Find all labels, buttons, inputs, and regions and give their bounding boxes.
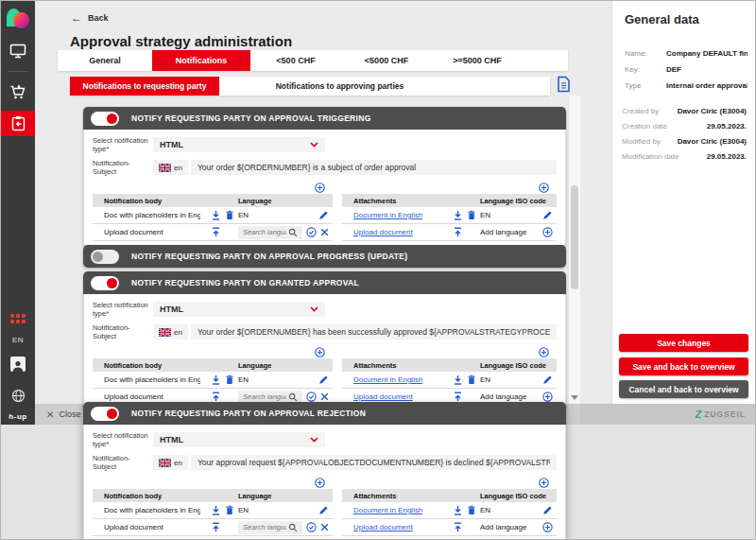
subtab-requesting-party[interactable]: Notifications to requesting party: [70, 77, 219, 96]
language-search-input[interactable]: [241, 227, 288, 237]
attachment-document-link[interactable]: Document in English: [353, 375, 422, 384]
download-icon[interactable]: [211, 210, 221, 220]
tab-general[interactable]: General: [58, 50, 152, 71]
upload-icon[interactable]: [453, 522, 463, 532]
column-header: Notification body: [93, 492, 234, 500]
download-icon[interactable]: [211, 375, 221, 385]
scrollbar-thumb[interactable]: [571, 185, 578, 289]
apps-grid-icon[interactable]: [1, 307, 35, 330]
app-window: ✕ Close Z ZUGSEIL EN: [0, 0, 756, 540]
delete-icon[interactable]: [467, 210, 476, 220]
notification-type-select[interactable]: HTML: [153, 432, 325, 447]
subject-input[interactable]: [191, 455, 557, 470]
cancel-icon[interactable]: [320, 392, 329, 401]
upload-document-link[interactable]: Upload document: [353, 228, 413, 236]
dashboard-monitor-icon[interactable]: [1, 40, 35, 62]
notification-type-select[interactable]: HTML: [153, 137, 325, 152]
notify-toggle[interactable]: [91, 112, 119, 126]
edit-icon[interactable]: [542, 375, 553, 385]
document-preview-icon[interactable]: [557, 76, 571, 96]
back-button[interactable]: ← Back: [71, 11, 109, 25]
add-notification-body-button[interactable]: [315, 183, 325, 193]
cart-icon[interactable]: [1, 80, 35, 103]
add-language-button[interactable]: [542, 392, 553, 402]
notification-type-select[interactable]: HTML: [153, 302, 325, 317]
tab-lt500chf[interactable]: <500 CHF: [250, 50, 341, 71]
add-notification-body-button[interactable]: [315, 347, 325, 357]
tab-gte5000chf[interactable]: >=5000 CHF: [432, 50, 523, 71]
edit-icon[interactable]: [318, 505, 329, 515]
subject-label: Notification-Subject: [93, 159, 153, 176]
document-name: Doc with placeholders in Engli...: [104, 211, 200, 219]
delete-icon[interactable]: [467, 375, 476, 385]
field-type: Type Internal order approval: [612, 81, 755, 90]
panel-header[interactable]: NOTIFY REQUESTING PARTY ON GRANTED APPRO…: [83, 271, 566, 294]
tab-notifications[interactable]: Notifications: [152, 50, 250, 71]
add-language-button[interactable]: [542, 227, 553, 237]
download-icon[interactable]: [453, 505, 463, 515]
search-icon[interactable]: [288, 228, 298, 237]
notification-type-label: Select notification type*: [93, 136, 153, 153]
attachment-document-link[interactable]: Document in English: [353, 506, 422, 514]
subject-input[interactable]: [191, 324, 557, 340]
cancel-icon[interactable]: [320, 523, 329, 531]
add-language-button[interactable]: [542, 522, 553, 532]
delete-icon[interactable]: [225, 375, 234, 385]
language-search-input[interactable]: [241, 392, 288, 402]
edit-icon[interactable]: [318, 210, 329, 220]
edit-icon[interactable]: [542, 210, 553, 220]
sidebar-bottom-group: EN h-up: [1, 299, 35, 425]
add-notification-body-button[interactable]: [315, 478, 325, 488]
scrollbar-down-arrow[interactable]: [571, 395, 578, 400]
subject-input[interactable]: [191, 160, 557, 175]
upload-icon[interactable]: [453, 227, 463, 237]
upload-document-link[interactable]: Upload document: [353, 523, 413, 531]
notify-toggle[interactable]: [91, 407, 119, 421]
tab-lt5000chf[interactable]: <5000 CHF: [341, 50, 432, 71]
search-icon[interactable]: [288, 523, 298, 532]
search-icon[interactable]: [288, 392, 298, 402]
upload-icon[interactable]: [211, 522, 221, 532]
cancel-and-back-button[interactable]: Cancel and back to overview: [619, 380, 748, 398]
save-changes-button[interactable]: Save changes: [619, 334, 748, 352]
notify-toggle[interactable]: [91, 276, 119, 290]
attachment-document-link[interactable]: Document in English: [353, 211, 422, 219]
language-selector[interactable]: EN: [12, 336, 24, 344]
app-logo-icon[interactable]: [7, 9, 29, 31]
delete-icon[interactable]: [225, 505, 234, 515]
user-avatar[interactable]: [1, 353, 35, 375]
panel-title: NOTIFY REQUESTING PARTY ON APPROVAL PROG…: [131, 252, 407, 261]
delete-icon[interactable]: [467, 505, 476, 515]
confirm-icon[interactable]: [306, 392, 317, 402]
download-icon[interactable]: [211, 505, 221, 515]
vertical-scrollbar[interactable]: [568, 96, 580, 404]
panel-header[interactable]: NOTIFY REQUESTING PARTY ON APPROVAL PROG…: [83, 245, 566, 268]
delete-icon[interactable]: [225, 210, 234, 220]
notify-toggle[interactable]: [91, 250, 119, 264]
panel-header[interactable]: NOTIFY REQUESTING PARTY ON APPROVAL TRIG…: [83, 107, 566, 130]
confirm-icon[interactable]: [306, 227, 317, 237]
download-icon[interactable]: [453, 210, 463, 220]
upload-icon[interactable]: [211, 392, 221, 402]
download-icon[interactable]: [453, 375, 463, 385]
panel-header[interactable]: NOTIFY REQUESTING PARTY ON APPROVAL REJE…: [83, 402, 566, 425]
attachments-table: Attachments Language ISO code Document i…: [342, 346, 557, 406]
add-attachment-button[interactable]: [539, 478, 549, 488]
add-attachment-button[interactable]: [539, 347, 549, 357]
sidebar-item-approvals-active[interactable]: [1, 111, 35, 136]
language-search-input[interactable]: [241, 522, 288, 532]
subtab-approving-parties[interactable]: Notifications to approving parties: [219, 77, 460, 96]
close-button[interactable]: ✕ Close: [46, 409, 80, 420]
upload-icon[interactable]: [211, 227, 221, 237]
tab-bar: General Notifications <500 CHF <5000 CHF…: [58, 50, 568, 71]
confirm-icon[interactable]: [306, 522, 317, 532]
upload-icon[interactable]: [453, 392, 463, 402]
edit-icon[interactable]: [318, 375, 329, 385]
table-row: Document in English EN: [342, 502, 557, 519]
edit-icon[interactable]: [542, 505, 553, 515]
cancel-icon[interactable]: [320, 228, 329, 236]
globe-icon[interactable]: [1, 384, 35, 407]
upload-document-link[interactable]: Upload document: [353, 392, 413, 401]
add-attachment-button[interactable]: [539, 183, 549, 193]
save-and-back-button[interactable]: Save and back to overview: [619, 357, 748, 375]
